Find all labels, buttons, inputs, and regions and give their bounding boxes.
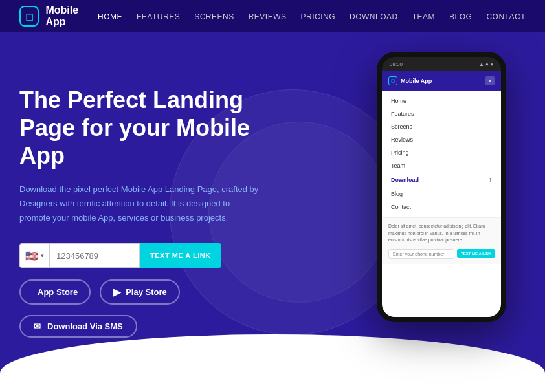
nav-reviews[interactable]: REVIEWS [249,12,287,21]
phone-app-logo: ◻ Mobile App [388,76,432,85]
navbar: ◻ Mobile App HOME FEATURES SCREENS REVIE… [0,0,545,32]
flag-emoji: 🇺🇸 [25,250,38,262]
phone-mockup-input[interactable] [388,249,454,259]
country-flag-select[interactable]: 🇺🇸 ▾ [19,243,49,268]
download-sms-label: Download Via SMS [47,321,123,331]
logo-icon: ◻ [19,6,39,27]
store-buttons-row: App Store ▶ Play Store [19,279,291,305]
sms-input-row: 🇺🇸 ▾ TEXT ME A LINK [19,243,291,268]
phone-menu-blog[interactable]: Blog [382,188,501,201]
nav-pricing[interactable]: PRICING [301,12,336,21]
hero-content: The Perfect Landing Page for your Mobile… [19,86,291,338]
nav-blog[interactable]: BLOG [449,12,472,21]
phone-logo-icon: ◻ [388,76,397,85]
logo-text: Mobile App [45,5,98,28]
sms-icon: ✉ [34,321,41,331]
phone-sms-button[interactable]: TEXT ME A LINK [457,249,495,258]
phone-screen: ◻ Mobile App × Home Features Screens [382,71,501,317]
nav-screens[interactable]: SCREENS [194,12,234,21]
phone-menu-contact[interactable]: Contact [382,201,501,213]
phone-sms-row: TEXT ME A LINK [388,249,495,259]
nav-team[interactable]: TEAM [412,12,435,21]
nav-download[interactable]: DOWNLOAD [350,12,398,21]
nav-home[interactable]: HOME [98,12,122,21]
phone-input[interactable] [49,243,140,268]
nav-contact[interactable]: CONTACT [486,12,526,21]
nav-logo[interactable]: ◻ Mobile App [19,5,98,28]
phone-menu-features[interactable]: Features [382,107,501,120]
download-via-sms-button[interactable]: ✉ Download Via SMS [19,315,137,338]
dropdown-arrow-icon: ▾ [41,252,44,259]
nav-features[interactable]: FEATURES [137,12,180,21]
phone-nav-menu: Home Features Screens Reviews Pricing [382,91,501,217]
hero-section: The Perfect Landing Page for your Mobile… [0,32,545,391]
play-store-button[interactable]: ▶ Play Store [100,279,180,305]
hero-description: Download the pixel perfect Mobile App La… [19,182,259,225]
nav-links: HOME FEATURES SCREENS REVIEWS PRICING DO… [98,10,526,22]
phone-mockup: 08:00 ▲ ● ● ◻ Mobile App × Home Featu [377,52,506,322]
phone-outer-frame: 08:00 ▲ ● ● ◻ Mobile App × Home Featu [377,52,506,322]
hero-title: The Perfect Landing Page for your Mobile… [19,86,291,170]
app-store-button[interactable]: App Store [19,279,91,305]
phone-screen-header: ◻ Mobile App × [382,71,501,91]
phone-menu-pricing[interactable]: Pricing [382,146,501,159]
phone-desc-text: Dolor sit amet, consectetur adipiscing e… [388,223,495,244]
play-store-label: Play Store [126,287,167,297]
phone-status-bar: 08:00 ▲ ● ● [382,57,501,71]
phone-time: 08:00 [390,61,403,67]
phone-bottom-section: Dolor sit amet, consectetur adipiscing e… [382,217,501,264]
phone-menu-screens[interactable]: Screens [382,120,501,133]
phone-status-icons: ▲ ● ● [479,61,493,67]
app-store-label: App Store [38,287,78,297]
cursor-icon: ↑ [488,175,492,184]
phone-menu-team[interactable]: Team [382,159,501,172]
text-me-link-button[interactable]: TEXT ME A LINK [140,243,221,268]
phone-menu-reviews[interactable]: Reviews [382,133,501,146]
phone-menu-download[interactable]: Download ↑ [382,172,501,188]
play-icon: ▶ [113,286,120,298]
phone-close-button[interactable]: × [485,76,495,85]
phone-menu-home[interactable]: Home [382,94,501,107]
phone-logo-text: Mobile App [401,78,432,84]
